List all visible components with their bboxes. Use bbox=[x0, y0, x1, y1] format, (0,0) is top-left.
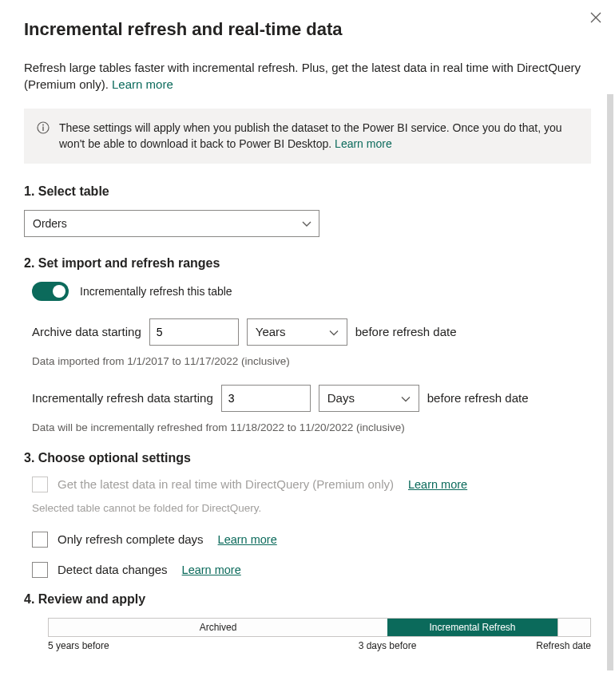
svg-rect-2 bbox=[42, 127, 43, 132]
info-banner: These settings will apply when you publi… bbox=[24, 109, 591, 164]
timeline-labels: 5 years before 3 days before Refresh dat… bbox=[48, 640, 591, 656]
refresh-unit-value: Days bbox=[327, 391, 355, 405]
timeline-label-left: 5 years before bbox=[48, 640, 109, 651]
incremental-refresh-toggle[interactable] bbox=[32, 282, 69, 301]
step-select-table: 1. Select table Orders bbox=[24, 184, 591, 237]
dialog-intro: Refresh large tables faster with increme… bbox=[24, 59, 591, 93]
intro-text: Refresh large tables faster with increme… bbox=[24, 61, 581, 91]
step4-title: 4. Review and apply bbox=[24, 592, 591, 607]
directquery-disabled-hint: Selected table cannot be folded for Dire… bbox=[24, 502, 591, 514]
archive-hint: Data imported from 1/1/2017 to 11/17/202… bbox=[24, 355, 591, 367]
refresh-prefix: Incrementally refresh data starting bbox=[32, 391, 213, 405]
svg-point-1 bbox=[42, 125, 44, 126]
toggle-row: Incrementally refresh this table bbox=[24, 282, 591, 301]
archive-unit-value: Years bbox=[256, 325, 286, 338]
complete-days-checkbox[interactable] bbox=[32, 532, 48, 548]
directquery-learn-more-link[interactable]: Learn more bbox=[408, 478, 467, 491]
directquery-row: Get the latest data in real time with Di… bbox=[24, 477, 591, 492]
directquery-label: Get the latest data in real time with Di… bbox=[58, 477, 394, 491]
archive-unit-select[interactable]: Years bbox=[247, 318, 347, 346]
close-icon bbox=[590, 12, 601, 23]
table-select[interactable]: Orders bbox=[24, 210, 319, 237]
refresh-row: Incrementally refresh data starting Days… bbox=[24, 385, 591, 412]
toggle-knob bbox=[53, 285, 65, 298]
timeline-incremental-segment: Incremental Refresh bbox=[387, 618, 558, 637]
step3-title: 3. Choose optional settings bbox=[24, 451, 591, 465]
step-optional-settings: 3. Choose optional settings Get the late… bbox=[24, 451, 591, 578]
step1-title: 1. Select table bbox=[24, 184, 591, 199]
chevron-down-icon bbox=[329, 325, 339, 338]
timeline-future-segment bbox=[558, 618, 591, 637]
detect-changes-row: Detect data changes Learn more bbox=[24, 562, 591, 578]
toggle-label: Incrementally refresh this table bbox=[80, 285, 232, 298]
incremental-refresh-dialog: Incremental refresh and real-time data R… bbox=[0, 0, 615, 656]
info-icon bbox=[37, 121, 50, 136]
close-button[interactable] bbox=[588, 10, 604, 26]
step2-title: 2. Set import and refresh ranges bbox=[24, 256, 591, 271]
timeline-archived-segment: Archived bbox=[48, 618, 387, 637]
refresh-suffix: before refresh date bbox=[427, 391, 529, 405]
intro-learn-more-link[interactable]: Learn more bbox=[112, 77, 173, 91]
detect-changes-checkbox[interactable] bbox=[32, 562, 48, 578]
directquery-checkbox bbox=[32, 477, 48, 492]
refresh-hint: Data will be incrementally refreshed fro… bbox=[24, 421, 591, 433]
archive-prefix: Archive data starting bbox=[32, 325, 141, 338]
timeline-bar: Archived Incremental Refresh bbox=[48, 618, 591, 637]
archive-row: Archive data starting Years before refre… bbox=[24, 318, 591, 346]
archive-suffix: before refresh date bbox=[355, 325, 457, 338]
step-set-ranges: 2. Set import and refresh ranges Increme… bbox=[24, 256, 591, 433]
table-select-value: Orders bbox=[33, 217, 67, 230]
dialog-title: Incremental refresh and real-time data bbox=[24, 19, 591, 40]
refresh-unit-select[interactable]: Days bbox=[319, 385, 419, 412]
chevron-down-icon bbox=[401, 391, 411, 405]
scrollbar[interactable] bbox=[607, 94, 613, 670]
detect-changes-learn-more-link[interactable]: Learn more bbox=[182, 564, 241, 576]
table-select-box[interactable]: Orders bbox=[24, 210, 319, 237]
refresh-value-input[interactable] bbox=[221, 385, 311, 412]
timeline-label-mid: 3 days before bbox=[359, 640, 417, 651]
timeline-label-right: Refresh date bbox=[536, 640, 591, 651]
timeline: Archived Incremental Refresh 5 years bef… bbox=[24, 618, 591, 656]
step-review-apply: 4. Review and apply Archived Incremental… bbox=[24, 592, 591, 656]
complete-days-row: Only refresh complete days Learn more bbox=[24, 532, 591, 548]
complete-days-label: Only refresh complete days bbox=[58, 532, 204, 546]
complete-days-learn-more-link[interactable]: Learn more bbox=[218, 533, 277, 546]
banner-text: These settings will apply when you publi… bbox=[59, 121, 562, 150]
banner-learn-more-link[interactable]: Learn more bbox=[335, 137, 392, 150]
archive-value-input[interactable] bbox=[149, 318, 239, 346]
detect-changes-label: Detect data changes bbox=[58, 563, 168, 576]
info-banner-text: These settings will apply when you publi… bbox=[59, 120, 578, 152]
